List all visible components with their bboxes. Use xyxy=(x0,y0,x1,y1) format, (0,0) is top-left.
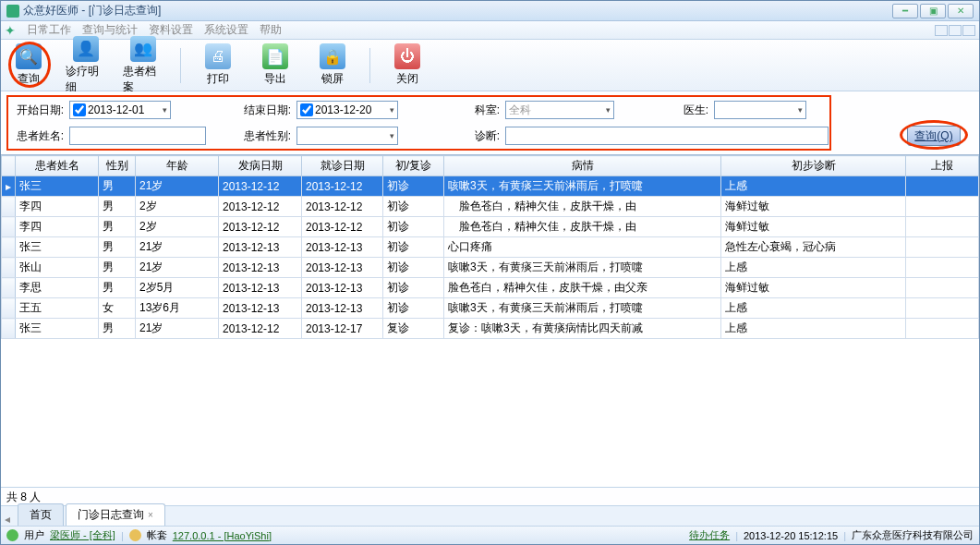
toolbar-query-button[interactable]: 🔍 查询 xyxy=(8,43,49,87)
cell-type: 初诊 xyxy=(383,298,444,319)
menu-daily[interactable]: 日常工作 xyxy=(27,22,71,38)
cell-diag: 上感 xyxy=(721,319,906,339)
col-name[interactable]: 患者姓名 xyxy=(16,156,99,176)
patient-name-input[interactable] xyxy=(69,127,206,145)
mdi-controls xyxy=(935,25,975,36)
status-user-link[interactable]: 梁医师 - [全科] xyxy=(50,528,115,542)
col-age[interactable]: 年龄 xyxy=(136,156,219,176)
toolbar-lock-label: 锁屏 xyxy=(321,71,344,87)
toolbar-print-label: 打印 xyxy=(207,71,229,87)
col-onset[interactable]: 发病日期 xyxy=(219,156,302,176)
query-button[interactable]: 查询(Q) xyxy=(907,126,961,146)
patient-name-label: 患者姓名: xyxy=(8,128,64,144)
search-icon: 🔍 xyxy=(16,43,42,69)
cell-age: 2岁 xyxy=(136,197,219,217)
status-todo-link[interactable]: 待办任务 xyxy=(689,528,730,542)
tab-prev[interactable]: ◂ xyxy=(5,513,16,526)
cell-gender: 男 xyxy=(99,319,136,339)
cell-age: 13岁6月 xyxy=(136,298,219,319)
tab-active[interactable]: 门诊日志查询 × xyxy=(66,503,165,526)
col-cond[interactable]: 病情 xyxy=(444,156,721,176)
cell-cond: 心口疼痛 xyxy=(444,237,721,258)
table-row[interactable]: 王五 女 13岁6月 2013-12-13 2013-12-13 初诊 咳嗽3天… xyxy=(2,298,979,319)
cell-report xyxy=(906,278,979,298)
toolbar-export-button[interactable]: 📄 导出 xyxy=(255,43,296,87)
doctor-combo[interactable]: ▾ xyxy=(714,101,806,119)
col-gender[interactable]: 性别 xyxy=(99,156,136,176)
chevron-down-icon: ▾ xyxy=(606,105,611,115)
cell-visit: 2013-12-12 xyxy=(302,176,383,197)
minimize-button[interactable]: ━ xyxy=(892,4,918,18)
cell-diag: 海鲜过敏 xyxy=(721,197,906,217)
app-window: 众意好医师 - [门诊日志查询] ━ ▣ ✕ ✦ 日常工作 查询与统计 资料设置… xyxy=(0,0,980,545)
cell-name: 张三 xyxy=(16,237,99,258)
toolbar-patient-button[interactable]: 👥 患者档案 xyxy=(123,36,163,95)
print-icon: 🖨 xyxy=(205,43,231,69)
row-handle-header xyxy=(2,156,16,176)
cell-cond: 复诊：咳嗽3天，有黄痰病情比四天前减 xyxy=(444,319,721,339)
col-report[interactable]: 上报 xyxy=(906,156,979,176)
cell-type: 初诊 xyxy=(383,237,444,258)
cell-age: 21岁 xyxy=(136,258,219,278)
toolbar-close-button[interactable]: ⏻ 关闭 xyxy=(387,43,428,87)
cell-age: 21岁 xyxy=(136,319,219,339)
toolbar-detail-button[interactable]: 👤 诊疗明细 xyxy=(66,36,106,95)
table-row[interactable]: ▸ 张三 男 21岁 2013-12-12 2013-12-12 初诊 咳嗽3天… xyxy=(2,176,979,197)
cell-diag: 上感 xyxy=(721,176,906,197)
toolbar-print-button[interactable]: 🖨 打印 xyxy=(198,43,238,87)
table-row[interactable]: 张三 男 21岁 2013-12-12 2013-12-17 复诊 复诊：咳嗽3… xyxy=(2,319,979,339)
gender-combo[interactable]: ▾ xyxy=(296,127,398,145)
cell-name: 张山 xyxy=(16,258,99,278)
cell-visit: 2013-12-13 xyxy=(302,298,383,319)
cell-type: 初诊 xyxy=(383,197,444,217)
toolbar-lock-button[interactable]: 🔒 锁屏 xyxy=(312,43,353,87)
cell-cond: 脸色苍白，精神欠佳，皮肤干燥，由父亲 xyxy=(444,278,721,298)
cell-name: 张三 xyxy=(16,176,99,197)
cell-onset: 2013-12-12 xyxy=(219,217,302,237)
row-handle xyxy=(2,298,16,319)
toolbar-patient-label: 患者档案 xyxy=(123,64,163,95)
cell-diag: 海鲜过敏 xyxy=(721,217,906,237)
start-date-enable-checkbox[interactable] xyxy=(73,103,86,116)
dept-value: 全科 xyxy=(509,103,531,118)
mdi-close[interactable] xyxy=(962,25,975,36)
diag-input[interactable] xyxy=(505,127,829,145)
tab-home[interactable]: 首页 xyxy=(18,503,64,526)
table-row[interactable]: 李四 男 2岁 2013-12-12 2013-12-12 初诊 脸色苍白，精神… xyxy=(2,217,979,237)
start-date-input[interactable]: 2013-12-01 ▾ xyxy=(69,101,171,119)
mdi-min[interactable] xyxy=(935,25,948,36)
cell-gender: 女 xyxy=(99,298,136,319)
cell-report xyxy=(906,319,979,339)
table-row[interactable]: 李思 男 2岁5月 2013-12-13 2013-12-13 初诊 脸色苍白，… xyxy=(2,278,979,298)
cell-type: 初诊 xyxy=(383,278,444,298)
col-diag[interactable]: 初步诊断 xyxy=(721,156,906,176)
table-row[interactable]: 张三 男 21岁 2013-12-13 2013-12-13 初诊 心口疼痛 急… xyxy=(2,237,979,258)
table-row[interactable]: 张山 男 21岁 2013-12-13 2013-12-13 初诊 咳嗽3天，有… xyxy=(2,258,979,278)
cell-type: 复诊 xyxy=(383,319,444,339)
cell-onset: 2013-12-13 xyxy=(219,237,302,258)
account-icon xyxy=(129,529,141,541)
menu-system[interactable]: 系统设置 xyxy=(204,22,248,38)
status-acct-link[interactable]: 127.0.0.1 - [HaoYiShi] xyxy=(173,530,272,541)
table-row[interactable]: 李四 男 2岁 2013-12-12 2013-12-12 初诊 脸色苍白，精神… xyxy=(2,197,979,217)
close-button[interactable]: ✕ xyxy=(948,4,974,18)
cell-onset: 2013-12-12 xyxy=(219,176,302,197)
row-handle xyxy=(2,217,16,237)
end-date-input[interactable]: 2013-12-20 ▾ xyxy=(296,101,398,119)
menu-star-icon: ✦ xyxy=(5,23,16,38)
cell-onset: 2013-12-13 xyxy=(219,278,302,298)
dept-combo[interactable]: 全科 ▾ xyxy=(505,101,614,119)
close-icon: ⏻ xyxy=(394,43,420,69)
col-visit[interactable]: 就诊日期 xyxy=(302,156,383,176)
cell-cond: 脸色苍白，精神欠佳，皮肤干燥，由 xyxy=(444,217,721,237)
col-type[interactable]: 初/复诊 xyxy=(383,156,444,176)
row-handle xyxy=(2,258,16,278)
cell-onset: 2013-12-12 xyxy=(219,197,302,217)
end-date-enable-checkbox[interactable] xyxy=(300,103,313,116)
menu-help[interactable]: 帮助 xyxy=(260,22,282,38)
maximize-button[interactable]: ▣ xyxy=(920,4,946,18)
tab-close-icon[interactable]: × xyxy=(148,510,153,520)
cell-onset: 2013-12-12 xyxy=(219,319,302,339)
mdi-restore[interactable] xyxy=(949,25,962,36)
toolbar-query-label: 查询 xyxy=(18,71,40,87)
